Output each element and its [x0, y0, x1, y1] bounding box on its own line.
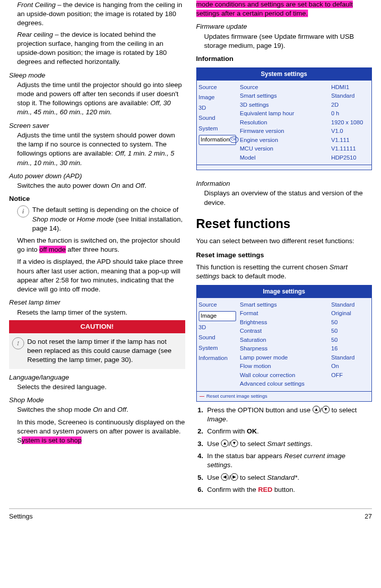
- sleep-mode-term: Sleep mode: [9, 71, 185, 80]
- step-5: Use ◀/▶ to select Standard*.: [205, 473, 372, 483]
- info-icon: i: [17, 205, 29, 217]
- front-ceiling-label: Front Ceiling: [17, 1, 56, 9]
- firmware-term: Firmware update: [196, 22, 372, 31]
- panel2-nav: Source Image 3D Sound System Information: [197, 298, 238, 391]
- up-down-icon: ▲/▼: [221, 439, 238, 449]
- nav-3d[interactable]: 3D: [199, 104, 236, 112]
- screen-saver-term: Screen saver: [9, 121, 185, 130]
- shop-mode-def: Switches the shop mode On and Off.: [17, 405, 185, 414]
- panel2-footer: —Reset current image settings: [197, 391, 372, 401]
- steps-list: Press the OPTION button and use ▲/▼ to s…: [196, 406, 372, 495]
- footer-section: Settings: [9, 512, 33, 521]
- nav2-image-selected[interactable]: Image: [199, 311, 236, 321]
- image-settings-panel: Image settings Source Image 3D Sound Sys…: [196, 285, 372, 401]
- step-1: Press the OPTION button and use ▲/▼ to s…: [205, 406, 372, 424]
- up-down-icon: ▲/▼: [313, 406, 330, 415]
- front-ceiling: Front Ceiling – the device is hanging fr…: [17, 1, 185, 28]
- nav-sound[interactable]: Sound: [199, 114, 236, 122]
- information-def: Displays an overview of the status and v…: [204, 189, 372, 207]
- rear-ceiling: Rear ceiling – the device is located beh…: [17, 30, 185, 67]
- step-4: In the status bar appears Reset current …: [205, 452, 372, 470]
- nav2-source[interactable]: Source: [199, 301, 236, 309]
- reset-lamp-term: Reset lamp timer: [9, 298, 185, 307]
- notice-body: i The default setting is depending on th…: [17, 205, 185, 233]
- panel-nav: Source Image 3D Sound System Information…: [197, 81, 238, 165]
- reset-image-heading: Reset image settings: [196, 251, 372, 260]
- screen-saver-def: Adjusts the time until the system should…: [17, 131, 185, 168]
- step-3: Use ▲/▼ to select Smart settings.: [205, 439, 372, 449]
- right-column: mode conditions and settings are set bac…: [196, 0, 372, 498]
- panel2-labels: Smart settings Format Brightness Contras…: [238, 298, 332, 391]
- reset-functions-heading: Reset functions: [196, 215, 372, 233]
- nav-source[interactable]: Source: [199, 84, 236, 92]
- hl-continuation: mode conditions and settings are set bac…: [196, 0, 372, 18]
- nav2-sound[interactable]: Sound: [199, 334, 236, 342]
- panel2-title: Image settings: [197, 285, 372, 298]
- nav-system[interactable]: System: [199, 125, 236, 133]
- shop-mode-term: Shop Mode: [9, 396, 185, 405]
- nav-information-selected[interactable]: Information OK: [199, 135, 236, 145]
- left-right-icon: ◀/▶: [221, 473, 238, 482]
- step-2: Confirm with OK.: [205, 427, 372, 436]
- nav2-system[interactable]: System: [199, 344, 236, 352]
- apd-para2: If a video is displayed, the APD should …: [17, 257, 185, 294]
- panel2-values: Standard Original 50 50 50 16 Standard O…: [331, 298, 371, 391]
- apd-term: Auto power down (APD): [9, 172, 185, 181]
- panel-title: System settings: [197, 68, 372, 80]
- nav2-3d[interactable]: 3D: [199, 324, 236, 332]
- footer-page-number: 27: [365, 512, 372, 521]
- sleep-mode-def: Adjusts the time until the projector sho…: [17, 81, 185, 117]
- panel-values: HDMI1 Standard 2D 0 h 1920 x 1080 V1.0 V…: [331, 81, 371, 165]
- language-def: Selects the desired language.: [17, 383, 185, 392]
- step-6: Confirm with the RED button.: [205, 485, 372, 494]
- reset-image-para: This function is resetting the current c…: [196, 263, 372, 281]
- notice-heading: Notice: [9, 194, 185, 203]
- firmware-def: Updates firmware (see Update firmware wi…: [204, 32, 372, 50]
- left-column: Front Ceiling – the device is hanging fr…: [9, 0, 185, 498]
- nav2-information[interactable]: Information: [199, 354, 236, 362]
- reset-lamp-def: Resets the lamp timer of the system.: [17, 308, 185, 317]
- apd-def: Switches the auto power down On and Off.: [17, 181, 185, 190]
- shop-mode-para: In this mode, Screeneo is continuously d…: [17, 418, 185, 446]
- nav-image[interactable]: Image: [199, 94, 236, 102]
- page-footer: Settings 27: [9, 508, 372, 526]
- caution-icon: !: [12, 337, 24, 349]
- panel-labels: Source Smart settings 3D settings Equiva…: [238, 81, 332, 165]
- information-term: Information: [196, 179, 372, 188]
- system-settings-panel: System settings Source Image 3D Sound Sy…: [196, 67, 372, 170]
- information-heading: Information: [196, 54, 372, 63]
- ok-icon: OK: [230, 136, 239, 143]
- reset-intro: You can select between two different res…: [196, 237, 372, 246]
- apd-para1: When the function is switched on, the pr…: [17, 236, 185, 254]
- language-term: Language/language: [9, 373, 185, 382]
- rear-ceiling-label: Rear ceiling: [17, 31, 53, 38]
- caution-title: CAUTION!: [9, 320, 185, 333]
- caution-text: Do not reset the lamp timer if the lamp …: [27, 337, 182, 365]
- caution-box: CAUTION! ! Do not reset the lamp timer i…: [9, 320, 185, 369]
